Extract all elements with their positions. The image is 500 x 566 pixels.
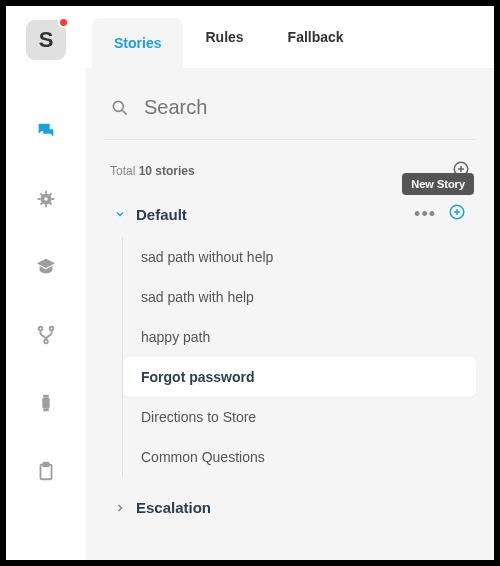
- search-row: [104, 86, 476, 129]
- education-icon[interactable]: [35, 256, 57, 278]
- svg-point-3: [50, 327, 54, 331]
- app-logo[interactable]: S: [26, 20, 66, 60]
- watch-icon[interactable]: [35, 392, 57, 414]
- svg-point-1: [44, 197, 48, 201]
- tab-rules[interactable]: Rules: [183, 6, 265, 68]
- svg-point-4: [44, 340, 48, 344]
- svg-rect-5: [42, 398, 49, 409]
- svg-point-2: [39, 327, 43, 331]
- group-escalation-header[interactable]: Escalation: [104, 487, 476, 528]
- add-story-group-icon[interactable]: [448, 203, 466, 225]
- svg-rect-7: [43, 409, 49, 412]
- svg-line-11: [123, 110, 127, 114]
- story-item[interactable]: sad path with help: [123, 277, 476, 317]
- story-item[interactable]: sad path without help: [123, 237, 476, 277]
- main-panel: Stories Rules Fallback Total 10 stories: [86, 6, 494, 560]
- tab-bar: Stories Rules Fallback: [86, 6, 494, 68]
- fork-icon[interactable]: [35, 324, 57, 346]
- clipboard-icon[interactable]: [35, 460, 57, 482]
- group-actions: New Story •••: [414, 203, 466, 225]
- tab-fallback[interactable]: Fallback: [266, 6, 366, 68]
- chat-icon[interactable]: [35, 120, 57, 142]
- total-text: Total 10 stories: [110, 164, 195, 178]
- group-default-header[interactable]: Default New Story •••: [104, 191, 476, 237]
- app-window: S Stories Rules: [6, 6, 494, 560]
- total-count: 10 stories: [139, 164, 195, 178]
- story-item[interactable]: happy path: [123, 317, 476, 357]
- story-item[interactable]: Directions to Store: [123, 397, 476, 437]
- divider: [104, 139, 476, 140]
- chevron-down-icon: [114, 208, 126, 220]
- story-item[interactable]: Common Questions: [123, 437, 476, 477]
- group-title: Escalation: [136, 499, 466, 516]
- story-item[interactable]: Forgot password: [123, 357, 476, 397]
- stories-list: sad path without helpsad path with helph…: [122, 237, 476, 477]
- svg-point-10: [113, 101, 123, 111]
- content-area: Total 10 stories Default New Story •••: [86, 68, 494, 560]
- logo-letter: S: [39, 27, 54, 53]
- chevron-right-icon: [114, 502, 126, 514]
- brain-icon[interactable]: [35, 188, 57, 210]
- total-prefix: Total: [110, 164, 139, 178]
- svg-rect-9: [43, 463, 49, 467]
- tab-label: Fallback: [288, 29, 344, 45]
- tab-stories[interactable]: Stories: [92, 18, 183, 68]
- tab-label: Stories: [114, 35, 161, 51]
- nav-icons: [35, 120, 57, 482]
- new-story-tooltip: New Story: [402, 173, 474, 195]
- search-icon: [110, 98, 130, 118]
- sidebar: S: [6, 6, 86, 560]
- svg-rect-6: [43, 395, 49, 398]
- tab-label: Rules: [205, 29, 243, 45]
- search-input[interactable]: [144, 96, 470, 119]
- notification-dot: [58, 17, 69, 28]
- more-icon[interactable]: •••: [414, 205, 436, 223]
- group-title: Default: [136, 206, 414, 223]
